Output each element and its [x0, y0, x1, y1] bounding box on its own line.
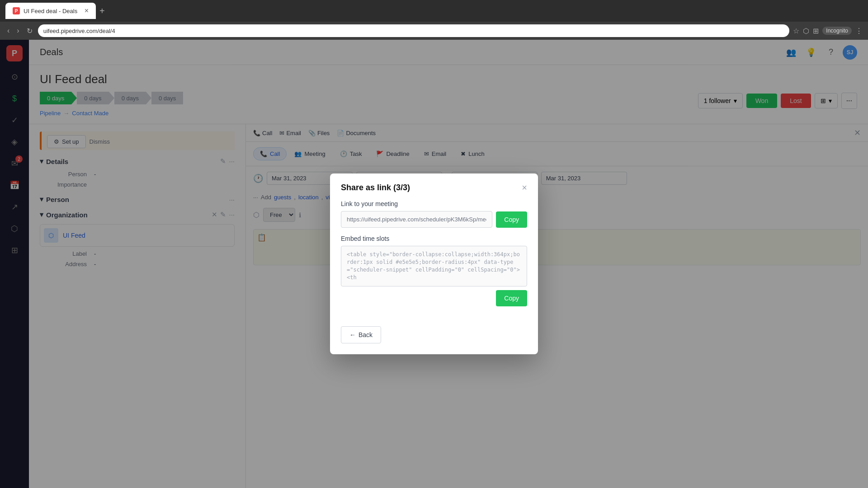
- share-link-modal: Share as link (3/3) × Link to your meeti…: [330, 174, 538, 354]
- back-arrow-icon: ←: [349, 331, 356, 338]
- extensions-icon[interactable]: ⊞: [813, 27, 819, 35]
- modal-body: Link to your meeting Copy Embed time slo…: [330, 200, 538, 326]
- forward-button[interactable]: ›: [15, 25, 21, 37]
- copy-link-button[interactable]: Copy: [496, 211, 527, 228]
- nav-actions: ☆ ⬡ ⊞ Incognito ⋮: [793, 27, 863, 35]
- copy-embed-row: Copy: [341, 290, 527, 306]
- modal-header: Share as link (3/3) ×: [330, 174, 538, 200]
- address-bar[interactable]: uifeed.pipedrive.com/deal/4: [38, 24, 790, 37]
- browser-nav: ‹ › ↻ uifeed.pipedrive.com/deal/4 ☆ ⬡ ⊞ …: [0, 22, 868, 40]
- bookmark-icon[interactable]: ☆: [793, 27, 799, 35]
- tab-title: UI Feed deal - Deals: [24, 8, 77, 14]
- tab-close-button[interactable]: ×: [85, 7, 89, 15]
- menu-icon[interactable]: ⋮: [855, 27, 863, 35]
- new-tab-button[interactable]: +: [99, 6, 105, 16]
- back-button[interactable]: ‹: [5, 25, 11, 37]
- modal-overlay: Share as link (3/3) × Link to your meeti…: [0, 40, 868, 488]
- meeting-link-input[interactable]: [341, 211, 492, 228]
- link-input-row: Copy: [341, 211, 527, 228]
- url-text: uifeed.pipedrive.com/deal/4: [43, 28, 115, 34]
- modal-footer: ← Back: [330, 326, 538, 354]
- back-button[interactable]: ← Back: [341, 326, 381, 343]
- embed-code-area: <table style="border-collapse:collapse;w…: [341, 246, 527, 286]
- modal-close-button[interactable]: ×: [522, 183, 527, 193]
- tab-favicon: P: [13, 7, 20, 14]
- embed-section-label: Embed time slots: [341, 235, 527, 242]
- modal-title: Share as link (3/3): [341, 183, 410, 192]
- link-section-label: Link to your meeting: [341, 200, 527, 207]
- incognito-badge: Incognito: [822, 27, 852, 35]
- copy-embed-button[interactable]: Copy: [496, 290, 527, 306]
- browser-chrome: P UI Feed deal - Deals × +: [0, 0, 868, 22]
- profile-icon[interactable]: ⬡: [803, 27, 809, 35]
- reload-button[interactable]: ↻: [25, 25, 34, 37]
- browser-tab[interactable]: P UI Feed deal - Deals ×: [5, 3, 96, 19]
